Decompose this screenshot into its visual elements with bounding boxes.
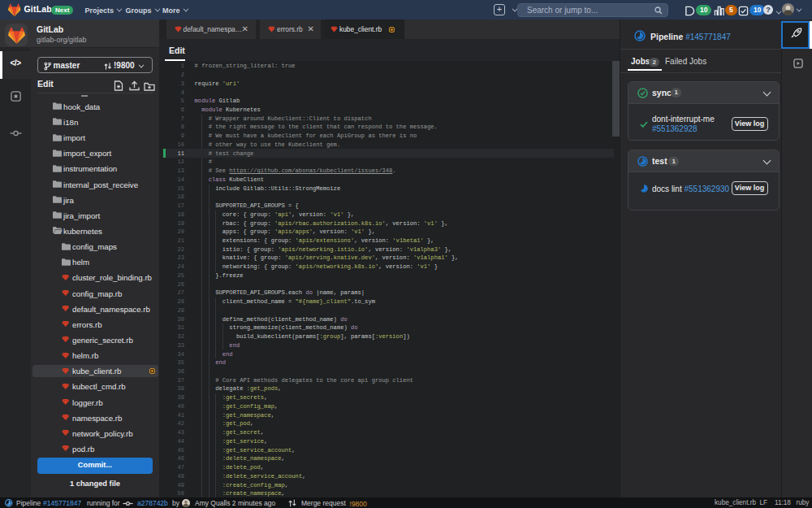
svg-text:?: ? xyxy=(766,6,771,14)
